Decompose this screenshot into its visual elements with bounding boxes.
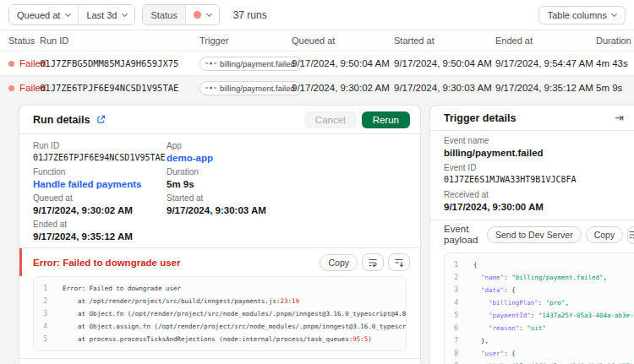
trigger-details-panel: Trigger details ⇥ Event name billing/pay… bbox=[429, 105, 634, 364]
chevron-down-icon bbox=[122, 10, 128, 16]
word-wrap-button[interactable] bbox=[627, 226, 634, 244]
failed-status-dot-icon bbox=[8, 85, 14, 91]
cell-duration: 4m 43s bbox=[596, 58, 634, 68]
detail-field: Duration 5m 9s bbox=[167, 167, 407, 190]
line-number: 3 bbox=[445, 284, 458, 296]
event-payload-header: Event payload Send to Dev Server Copy bbox=[430, 220, 634, 249]
cell-run-id: 01J7ZE6TPJF6E94NCSD1V95TAE bbox=[40, 83, 199, 93]
cell-started-at: 9/17/2024, 9:50:04 AM bbox=[394, 58, 495, 68]
field-value[interactable]: Handle failed payments bbox=[33, 178, 167, 190]
expand-output-icon bbox=[394, 258, 404, 268]
cell-queued-at: 9/17/2024, 9:50:04 AM bbox=[292, 58, 394, 68]
detail-field: Received at 9/17/2024, 9:30:00 AM bbox=[444, 190, 620, 213]
cell-duration: 5m 9s bbox=[596, 83, 634, 93]
field-value: 9/17/2024, 9:30:00 AM bbox=[444, 201, 620, 213]
time-field-filter-group: Queued at Last 3d bbox=[8, 4, 135, 25]
rerun-button[interactable]: Rerun bbox=[362, 111, 410, 128]
send-to-dev-server-button[interactable]: Send to Dev Server bbox=[487, 226, 582, 243]
status-filter-group: Status bbox=[142, 4, 219, 25]
failed-status-dot-icon bbox=[8, 61, 14, 67]
run-details-panel: Run details Cancel Rerun Run ID 01J7ZE6T… bbox=[19, 105, 421, 364]
field-label: Function bbox=[33, 167, 167, 177]
failed-status-dot-icon bbox=[194, 11, 201, 19]
line-number: 1 bbox=[445, 258, 458, 271]
expand-output-button[interactable] bbox=[388, 253, 410, 271]
field-label: Run ID bbox=[33, 141, 167, 150]
column-header-status: Status bbox=[8, 35, 40, 46]
trigger-badge[interactable]: billing/payment.failed bbox=[199, 81, 303, 95]
line-number: 6 bbox=[445, 322, 458, 334]
trigger-details-title: Trigger details bbox=[444, 112, 516, 124]
event-pulse-icon bbox=[205, 84, 216, 91]
code-line: 3 "data": { bbox=[445, 284, 634, 296]
cell-status: Failed bbox=[8, 58, 40, 68]
table-columns-button[interactable]: Table columns bbox=[538, 6, 626, 24]
table-row[interactable]: Failed 01J7ZFBG5DMM85MJA9H659JX75 billin… bbox=[0, 51, 634, 75]
code-line: 1{ bbox=[445, 258, 634, 271]
cell-ended-at: 9/17/2024, 9:35:12 AM bbox=[495, 83, 596, 93]
external-link-icon[interactable] bbox=[96, 115, 106, 124]
time-range-filter-button[interactable]: Last 3d bbox=[78, 5, 134, 24]
line-number: 2 bbox=[34, 295, 47, 307]
chevron-down-icon bbox=[206, 10, 212, 16]
cell-queued-at: 9/17/2024, 9:30:02 AM bbox=[292, 83, 394, 93]
cell-trigger: billing/payment.failed bbox=[199, 57, 292, 71]
runs-table: StatusRun IDTriggerQueued atStarted atEn… bbox=[0, 30, 634, 100]
table-header: StatusRun IDTriggerQueued atStarted atEn… bbox=[0, 30, 634, 51]
line-number: 7 bbox=[445, 334, 458, 347]
queued-at-filter-button[interactable]: Queued at bbox=[9, 5, 78, 24]
cancel-button[interactable]: Cancel bbox=[304, 111, 357, 128]
line-number: 4 bbox=[445, 296, 458, 309]
line-number: 5 bbox=[34, 333, 47, 345]
field-value: 01J7ZE6TPJF6E94NCSD1V95TAE bbox=[33, 152, 167, 164]
field-value[interactable]: demo-app bbox=[167, 152, 407, 164]
field-label: Received at bbox=[444, 190, 620, 199]
runs-page: Queued at Last 3d Status 37 runs Table c… bbox=[0, 0, 634, 100]
line-number: 8 bbox=[445, 347, 458, 360]
chevron-down-icon bbox=[611, 10, 617, 16]
code-line: 3 at Object.fn (/opt/render/project/src/… bbox=[34, 307, 406, 320]
column-header-duration: Duration bbox=[596, 35, 634, 46]
detail-field: Ended at 9/17/2024, 9:35:12 AM bbox=[33, 220, 167, 242]
code-line: 4 at Object.assign.fn (/opt/render/proje… bbox=[34, 320, 406, 333]
field-label: Queued at bbox=[33, 193, 167, 203]
code-line: 5 at process.processTicksAndRejections (… bbox=[34, 333, 406, 345]
error-banner: Error: Failed to downgrade user Copy bbox=[19, 247, 420, 276]
column-header-trigger: Trigger bbox=[199, 35, 292, 46]
code-line: 2 at /opt/render/project/src/build/innge… bbox=[34, 295, 406, 307]
chevron-down-icon bbox=[65, 10, 71, 16]
copy-payload-button[interactable]: Copy bbox=[586, 226, 624, 243]
code-line: 6 "reason": "sit" bbox=[445, 322, 634, 334]
run-timeline: Run bbox=[19, 358, 420, 364]
detail-field: App demo-app bbox=[167, 141, 407, 164]
status-filter-value-button[interactable] bbox=[185, 5, 219, 24]
detail-field: Event ID 01J7ZE6S1MJWA33HT9B1VJC8FA bbox=[444, 163, 620, 186]
word-wrap-icon bbox=[628, 230, 634, 240]
field-label: Event ID bbox=[444, 163, 620, 172]
collapse-panel-icon[interactable]: ⇥ bbox=[615, 112, 624, 123]
copy-error-button[interactable]: Copy bbox=[320, 254, 358, 271]
detail-field: Run ID 01J7ZE6TPJF6E94NCSD1V95TAE bbox=[33, 141, 167, 164]
queued-at-filter-label: Queued at bbox=[17, 10, 60, 20]
detail-field: Event name billing/payment.failed bbox=[444, 136, 620, 159]
field-value: 5m 9s bbox=[167, 178, 407, 190]
event-payload-label: Event payload bbox=[444, 224, 483, 246]
cell-status: Failed bbox=[8, 83, 40, 93]
trigger-event-name: billing/payment.failed bbox=[220, 59, 295, 68]
trigger-badge[interactable]: billing/payment.failed bbox=[199, 57, 303, 71]
word-wrap-button[interactable] bbox=[362, 253, 384, 271]
line-number: 9 bbox=[445, 360, 458, 364]
field-label: Duration bbox=[167, 167, 407, 177]
line-number: 5 bbox=[445, 309, 458, 322]
code-line: 7 }, bbox=[445, 334, 634, 347]
cell-ended-at: 9/17/2024, 9:54:47 AM bbox=[495, 58, 596, 68]
field-value: 9/17/2024, 9:35:12 AM bbox=[33, 231, 167, 242]
field-label: Ended at bbox=[33, 220, 167, 229]
line-number: 1 bbox=[34, 282, 47, 295]
line-number: 3 bbox=[34, 307, 47, 320]
trigger-event-name: billing/payment.failed bbox=[220, 84, 295, 93]
field-label: App bbox=[167, 141, 407, 150]
detail-field: Started at 9/17/2024, 9:30:03 AM bbox=[167, 193, 407, 216]
table-row[interactable]: Failed 01J7ZE6TPJF6E94NCSD1V95TAE billin… bbox=[0, 75, 634, 100]
detail-field: Queued at 9/17/2024, 9:30:02 AM bbox=[33, 193, 167, 216]
